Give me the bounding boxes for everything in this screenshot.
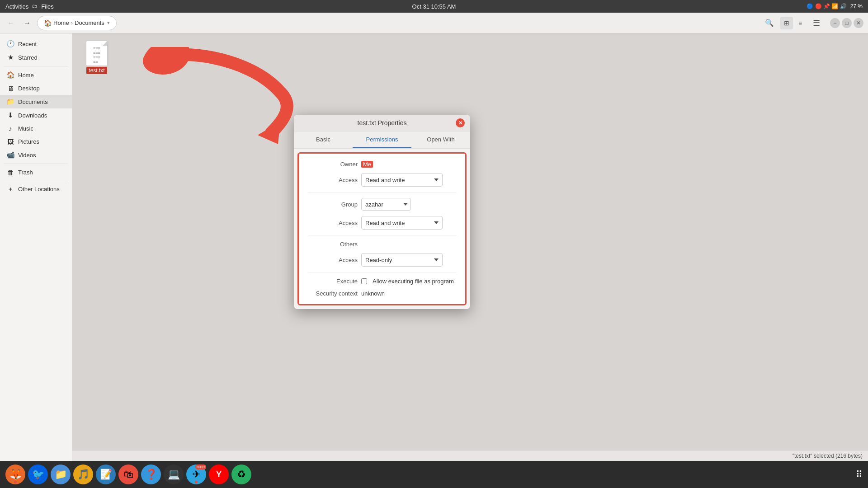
execute-checkbox-label: Allow executing file as program (373, 278, 454, 285)
sidebar-divider-2 (4, 164, 68, 164)
app-grid-button[interactable]: ⠿ (856, 469, 863, 480)
group-label: Group (308, 201, 358, 208)
battery-label: 27 % (850, 3, 863, 9)
sidebar-item-label-music: Music (18, 125, 33, 132)
owner-label: Owner (308, 161, 358, 168)
file-icon-corner (103, 41, 107, 46)
sidebar-item-starred[interactable]: ★ Starred (0, 51, 72, 64)
window-close-button[interactable]: ✕ (854, 18, 863, 28)
trash-icon: 🗑 (6, 169, 14, 176)
tab-permissions[interactable]: Permissions (353, 131, 411, 148)
security-row: Security context unknown (308, 290, 456, 297)
taskbar-writer[interactable]: 📝 (96, 465, 116, 484)
dialog-close-button[interactable]: ✕ (456, 118, 465, 127)
group-access-select[interactable]: Read and write Read-only None (361, 216, 443, 230)
taskbar-telegram[interactable]: ✈ 9999 (186, 465, 206, 484)
dialog-title: test.txt Properties (308, 119, 456, 127)
home-icon: 🏠 (6, 71, 14, 79)
group-select[interactable]: azahar (361, 198, 411, 211)
sidebar-item-recent[interactable]: 🕐 Recent (0, 37, 72, 51)
svg-marker-0 (258, 122, 280, 144)
sidebar-item-label-starred: Starred (18, 54, 38, 61)
separator-3 (308, 272, 456, 272)
sidebar-item-music[interactable]: ♪ Music (0, 122, 72, 135)
dialog-titlebar: test.txt Properties ✕ (294, 115, 470, 131)
sidebar-divider-3 (4, 181, 68, 181)
sidebar-item-label-recent: Recent (18, 41, 37, 47)
execute-checkbox[interactable] (361, 278, 367, 284)
sidebar-item-label-home: Home (18, 72, 34, 79)
list-view-button[interactable]: ≡ (794, 17, 807, 29)
pictures-icon: 🖼 (6, 138, 14, 145)
sidebar-item-pictures[interactable]: 🖼 Pictures (0, 135, 72, 148)
breadcrumb-home[interactable]: Home (53, 19, 69, 26)
menu-button[interactable]: ☰ (810, 17, 823, 29)
sidebar-item-videos[interactable]: 📹 Videos (0, 148, 72, 162)
statusbar-text: "test.txt" selected (216 bytes) (793, 453, 863, 459)
group-row: Group azahar (308, 198, 456, 211)
taskbar: 🦊 🐦 📁 🎵 📝 🛍 ❓ 💻 ✈ 9999 Y ♻ ⠿ (0, 461, 868, 488)
sidebar-item-label-trash: Trash (18, 169, 33, 176)
files-label[interactable]: Files (41, 3, 53, 10)
taskbar-firefox[interactable]: 🦊 (5, 465, 25, 484)
taskbar-rhythmbox[interactable]: 🎵 (73, 465, 93, 484)
owner-access-select[interactable]: Read and write Read-only None (361, 173, 443, 187)
dialog-tabs: Basic Permissions Open With (294, 131, 470, 149)
owner-row: Owner Me (308, 161, 456, 168)
grid-view-button[interactable]: ⊞ (780, 17, 793, 29)
content-area: ≡≡≡≡≡≡≡≡≡≡≡ test.txt test.txt Properties… (72, 33, 868, 461)
other-locations-icon: + (6, 186, 14, 192)
others-access-label: Access (308, 257, 358, 263)
sidebar-item-label-downloads: Downloads (18, 112, 47, 119)
datetime: Oct 31 10:55 AM (412, 3, 456, 10)
maximize-button[interactable]: □ (842, 18, 852, 28)
tab-basic[interactable]: Basic (294, 131, 353, 148)
sidebar-item-desktop[interactable]: 🖥 Desktop (0, 82, 72, 95)
owner-access-label: Access (308, 177, 358, 183)
topbar-icons: 🔵 🔴 📌 📶 🔊 (807, 3, 846, 9)
sidebar-item-label-documents: Documents (18, 99, 48, 105)
music-icon: ♪ (6, 125, 14, 132)
breadcrumb-documents[interactable]: Documents ▾ (75, 19, 110, 26)
sidebar-item-documents[interactable]: 📁 Documents (0, 95, 72, 108)
sidebar-item-label-pictures: Pictures (18, 138, 39, 145)
file-label: test.txt (86, 67, 107, 74)
videos-icon: 📹 (6, 151, 14, 159)
sidebar-item-label-other: Other Locations (18, 186, 60, 192)
taskbar-terminal[interactable]: 💻 (164, 465, 184, 484)
others-row: Others (308, 241, 456, 248)
owner-value: Me (361, 161, 373, 168)
back-button[interactable]: ← (5, 17, 17, 29)
sidebar-item-home[interactable]: 🏠 Home (0, 68, 72, 82)
minimize-button[interactable]: − (830, 18, 840, 28)
taskbar-recycle[interactable]: ♻ (231, 465, 251, 484)
taskbar-thunderbird[interactable]: 🐦 (28, 465, 48, 484)
tab-openwith[interactable]: Open With (411, 131, 470, 148)
taskbar-appcenter[interactable]: 🛍 (118, 465, 138, 484)
execute-label: Execute (308, 278, 358, 285)
owner-access-row: Access Read and write Read-only None (308, 173, 456, 187)
group-access-row: Access Read and write Read-only None (308, 216, 456, 230)
desktop-icon: 🖥 (6, 84, 14, 92)
taskbar-help[interactable]: ❓ (141, 465, 161, 484)
activities-label[interactable]: Activities (5, 3, 28, 10)
others-access-select[interactable]: Read-only Read and write None (361, 253, 443, 267)
sidebar-item-downloads[interactable]: ⬇ Downloads (0, 108, 72, 122)
sidebar-item-label-videos: Videos (18, 152, 36, 159)
group-access-label: Access (308, 220, 358, 226)
sidebar-item-label-desktop: Desktop (18, 85, 40, 92)
search-button[interactable]: 🔍 (762, 16, 777, 30)
sidebar-item-trash[interactable]: 🗑 Trash (0, 166, 72, 179)
file-item[interactable]: ≡≡≡≡≡≡≡≡≡≡≡ test.txt (86, 41, 108, 74)
file-icon: ≡≡≡≡≡≡≡≡≡≡≡ (86, 41, 108, 66)
sidebar-item-other[interactable]: + Other Locations (0, 183, 72, 195)
taskbar-yandex[interactable]: Y (209, 465, 229, 484)
statusbar: "test.txt" selected (216 bytes) (72, 450, 868, 461)
security-context-label: Security context (308, 290, 358, 297)
sidebar-divider-1 (4, 66, 68, 66)
recent-icon: 🕐 (6, 40, 14, 48)
forward-button[interactable]: → (21, 17, 33, 29)
taskbar-files[interactable]: 📁 (51, 465, 71, 484)
downloads-icon: ⬇ (6, 111, 14, 119)
topbar: Activities 🗂 Files Oct 31 10:55 AM 🔵 🔴 📌… (0, 0, 868, 13)
